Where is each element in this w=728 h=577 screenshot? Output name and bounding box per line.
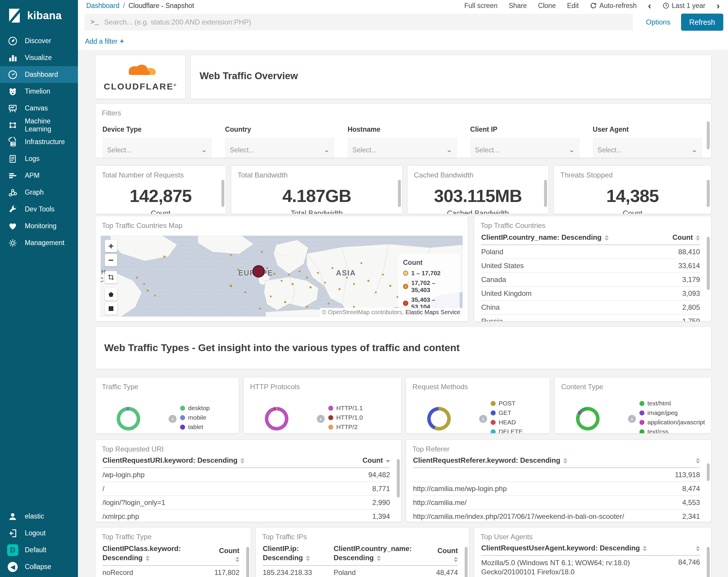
sidebar-item-dev-tools[interactable]: Dev Tools bbox=[0, 201, 78, 218]
traffic-type-donut-chart[interactable] bbox=[116, 407, 140, 430]
breadcrumb-dashboard-link[interactable]: Dashboard bbox=[86, 2, 120, 10]
options-link[interactable]: Options bbox=[646, 18, 671, 26]
column-header-ip[interactable]: ClientIP.ip: Descending bbox=[263, 544, 328, 562]
legend-expand-icon[interactable]: › bbox=[628, 415, 636, 423]
scrollbar-thumb[interactable] bbox=[707, 463, 710, 481]
sidebar-item-timelion[interactable]: Timelion bbox=[0, 83, 78, 100]
scrollbar-thumb[interactable] bbox=[398, 180, 401, 207]
legend-item[interactable]: text/html bbox=[640, 400, 705, 407]
metric-value: 142,875 bbox=[95, 186, 226, 206]
sidebar-item-user[interactable]: elastic bbox=[0, 508, 78, 525]
auto-refresh-button[interactable]: Auto-refresh bbox=[590, 2, 637, 10]
legend-item[interactable]: tablet bbox=[180, 423, 210, 430]
column-header-user-agent[interactable]: ClientRequestUserAgent.keyword: Descendi… bbox=[481, 544, 650, 552]
scrollbar-thumb[interactable] bbox=[465, 547, 468, 577]
legend-item[interactable]: POST bbox=[491, 400, 523, 407]
column-header-count[interactable]: Count bbox=[340, 456, 390, 465]
refresh-button[interactable]: Refresh bbox=[681, 14, 723, 31]
sidebar-item-visualize[interactable]: Visualize bbox=[0, 49, 78, 66]
sort-icon bbox=[377, 555, 381, 561]
top-requested-uri-panel: Top Requested URI ClientRequestURI.keywo… bbox=[95, 440, 401, 522]
polygon-draw-icon[interactable] bbox=[105, 288, 117, 301]
sidebar-item-dashboard[interactable]: Dashboard bbox=[0, 66, 78, 83]
add-filter-button[interactable]: Add a filter+ bbox=[85, 37, 124, 46]
scrollbar-thumb[interactable] bbox=[222, 180, 224, 207]
sidebar-item-infrastructure[interactable]: Infrastructure bbox=[0, 133, 78, 150]
search-input[interactable] bbox=[104, 18, 627, 26]
scrollbar-thumb[interactable] bbox=[707, 180, 710, 207]
full-screen-button[interactable]: Full screen bbox=[464, 2, 497, 10]
map-zoom-in-button[interactable]: + bbox=[105, 240, 117, 252]
kibana-logo[interactable]: kibana bbox=[0, 0, 78, 30]
time-back-button[interactable]: ‹ bbox=[648, 1, 651, 10]
sidebar-item-logout[interactable]: Logout bbox=[0, 525, 78, 542]
column-header-count[interactable] bbox=[650, 544, 700, 552]
legend-item[interactable]: mobile bbox=[180, 414, 210, 421]
column-header-country[interactable]: ClientIP.country_name: Descending bbox=[334, 544, 422, 562]
osm-attribution-link[interactable]: © OpenStreetMap contributors, bbox=[322, 309, 404, 316]
sidebar-item-management[interactable]: Management bbox=[0, 234, 78, 251]
sort-icon bbox=[643, 546, 647, 551]
rectangle-draw-icon[interactable] bbox=[105, 302, 117, 315]
sidebar-item-monitoring[interactable]: Monitoring bbox=[0, 218, 78, 234]
legend-item[interactable]: GET bbox=[491, 409, 523, 416]
http-protocols-donut-chart[interactable] bbox=[265, 407, 288, 430]
content-type-donut-chart[interactable] bbox=[576, 407, 600, 430]
column-header-ipclass[interactable]: ClientIPClass.keyword: Descending bbox=[102, 544, 201, 562]
scrollbar-thumb[interactable] bbox=[397, 459, 400, 498]
column-header-count[interactable] bbox=[650, 456, 700, 465]
scrollbar-thumb[interactable] bbox=[707, 121, 710, 149]
table-row: United Kingdom3,093 bbox=[481, 287, 700, 301]
search-box[interactable]: >_ bbox=[84, 14, 633, 30]
panel-title: Top Requested URI bbox=[95, 440, 401, 453]
scrollbar-thumb[interactable] bbox=[246, 547, 249, 577]
time-picker-button[interactable]: Last 1 year bbox=[662, 2, 706, 10]
legend-expand-icon[interactable]: › bbox=[168, 415, 177, 423]
column-header-count[interactable]: Count bbox=[422, 547, 458, 562]
legend-expand-icon[interactable]: › bbox=[317, 415, 325, 423]
crop-icon[interactable] bbox=[105, 271, 117, 283]
legend-item[interactable]: application/javascript bbox=[640, 419, 705, 426]
legend-item[interactable]: image/jpeg bbox=[640, 409, 705, 416]
device-type-select[interactable]: Select...⌄ bbox=[102, 137, 212, 158]
client-ip-select[interactable]: Select...⌄ bbox=[470, 137, 580, 158]
sidebar-item-graph[interactable]: Graph bbox=[0, 184, 78, 201]
map-zoom-out-button[interactable]: − bbox=[105, 254, 117, 266]
column-header-count[interactable]: Count bbox=[650, 233, 700, 242]
share-button[interactable]: Share bbox=[509, 2, 527, 10]
legend-item[interactable]: text/css bbox=[640, 428, 705, 433]
hostname-select[interactable]: Select...⌄ bbox=[347, 137, 457, 158]
sidebar-item-space-default[interactable]: D Default bbox=[0, 542, 78, 558]
legend-item[interactable]: HTTP/1.1 bbox=[328, 405, 363, 412]
country-select[interactable]: Select...⌄ bbox=[225, 137, 335, 158]
ems-attribution-link[interactable]: Elastic Maps Service bbox=[405, 309, 460, 316]
sort-icon bbox=[240, 458, 244, 463]
scrollbar-thumb[interactable] bbox=[707, 237, 710, 290]
legend-item[interactable]: desktop bbox=[180, 405, 210, 412]
edit-button[interactable]: Edit bbox=[567, 2, 579, 10]
sidebar-item-canvas[interactable]: Canvas bbox=[0, 100, 78, 117]
sidebar-item-discover[interactable]: Discover bbox=[0, 32, 78, 49]
column-header-uri[interactable]: ClientRequestURI.keyword: Descending bbox=[102, 456, 340, 465]
sidebar-item-logs[interactable]: Logs bbox=[0, 150, 78, 167]
time-forward-button[interactable]: › bbox=[717, 1, 720, 10]
legend-item[interactable]: HEAD bbox=[491, 419, 523, 426]
sidebar-item-apm[interactable]: APM bbox=[0, 167, 78, 184]
request-methods-donut-chart[interactable] bbox=[427, 407, 451, 430]
sidebar-item-machine-learning[interactable]: Machine Learning bbox=[0, 117, 78, 133]
column-header-country[interactable]: ClientIP.country_name: Descending bbox=[481, 233, 650, 242]
clone-button[interactable]: Clone bbox=[538, 2, 556, 10]
legend-expand-icon[interactable]: › bbox=[479, 415, 487, 423]
map-canvas[interactable]: TH IC EUROPE ASIA + − bbox=[101, 236, 463, 317]
legend-item[interactable]: HTTP/1.0 bbox=[328, 414, 363, 421]
primary-nav: Discover Visualize Dashboard Timelion Ca… bbox=[0, 32, 78, 251]
column-header-count[interactable]: Count bbox=[201, 547, 239, 562]
scrollbar-thumb[interactable] bbox=[707, 547, 710, 577]
column-header-referer[interactable]: ClientRequestReferer.keyword: Descending bbox=[413, 456, 650, 465]
sidebar-item-collapse[interactable]: ◀ Collapse bbox=[0, 558, 78, 575]
legend-item: 17,702 – 35,403 bbox=[403, 279, 456, 294]
legend-item[interactable]: DELETE bbox=[491, 428, 523, 433]
user-agent-select[interactable]: Select...⌄ bbox=[593, 137, 702, 158]
legend-item[interactable]: HTTP/2 bbox=[328, 423, 363, 430]
scrollbar-thumb[interactable] bbox=[544, 180, 547, 207]
